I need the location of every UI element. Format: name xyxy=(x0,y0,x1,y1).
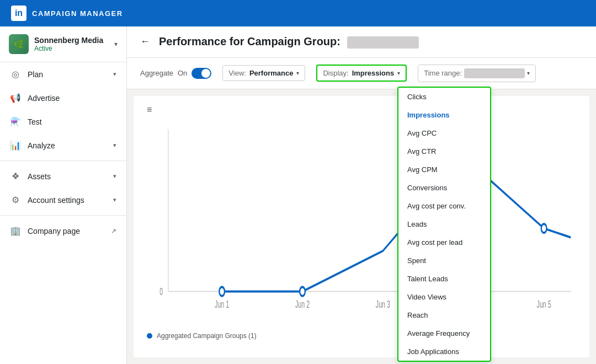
controls-bar: Aggregate On View: Performance ▾ Display… xyxy=(127,58,596,89)
back-button[interactable]: ← xyxy=(140,36,150,47)
chevron-down-icon: ▾ xyxy=(113,142,116,149)
nav-divider xyxy=(0,160,126,161)
sidebar-item-label: Advertise xyxy=(28,94,60,103)
plan-icon: ◎ xyxy=(10,69,21,79)
chart-area: ≡ 0 Jun 1 Jun 2 Jun 3 Jun 4 Jun xyxy=(134,96,589,357)
test-icon: ⚗️ xyxy=(10,116,21,127)
aggregate-toggle[interactable] xyxy=(191,68,211,79)
sidebar-item-analyze[interactable]: 📊 Analyze ▾ xyxy=(0,133,126,157)
dropdown-item-avg-cost-conv[interactable]: Avg cost per conv. xyxy=(398,197,490,215)
dropdown-item-talent-leads[interactable]: Talent Leads xyxy=(398,270,490,288)
legend-dot xyxy=(147,333,152,339)
sidebar: 🌿 Sonnenberg Media Active ▾ ◎ Plan ▾ 📢 A… xyxy=(0,26,127,364)
sidebar-item-assets[interactable]: ❖ Assets ▾ xyxy=(0,164,126,188)
dropdown-item-average-frequency[interactable]: Average Frequency xyxy=(398,324,490,342)
svg-text:Jun 3: Jun 3 xyxy=(376,299,390,309)
toggle-knob xyxy=(201,69,210,78)
sidebar-item-label: Assets xyxy=(28,172,51,181)
view-label: View: xyxy=(228,69,246,77)
analyze-icon: 📊 xyxy=(10,140,21,151)
sidebar-item-label: Analyze xyxy=(28,141,55,150)
chevron-down-icon: ▾ xyxy=(114,40,118,48)
sidebar-item-company-page[interactable]: 🏢 Company page ↗ xyxy=(0,219,126,243)
sidebar-item-plan[interactable]: ◎ Plan ▾ xyxy=(0,62,126,86)
chevron-down-icon: ▾ xyxy=(397,70,400,76)
sidebar-item-label: Account settings xyxy=(28,196,84,205)
svg-point-12 xyxy=(541,224,547,233)
app-layout: 🌿 Sonnenberg Media Active ▾ ◎ Plan ▾ 📢 A… xyxy=(0,26,596,364)
dropdown-item-avg-ctr[interactable]: Avg CTR xyxy=(398,142,490,160)
dropdown-item-leads[interactable]: Leads xyxy=(398,215,490,233)
svg-text:0: 0 xyxy=(159,286,163,297)
chevron-down-icon: ▾ xyxy=(113,196,116,204)
sidebar-item-test[interactable]: ⚗️ Test xyxy=(0,110,126,133)
campaign-name-placeholder xyxy=(347,36,419,49)
sidebar-item-advertise[interactable]: 📢 Advertise xyxy=(0,86,126,110)
dropdown-item-avg-cpc[interactable]: Avg CPC xyxy=(398,124,490,142)
chevron-down-icon: ▾ xyxy=(113,173,116,180)
assets-icon: ❖ xyxy=(10,171,21,181)
external-link-icon: ↗ xyxy=(111,227,116,235)
svg-text:Jun 1: Jun 1 xyxy=(215,299,229,309)
svg-point-9 xyxy=(219,287,225,296)
timerange-value-placeholder xyxy=(464,68,525,78)
aggregate-label: Aggregate xyxy=(140,69,173,77)
account-name: Sonnenberg Media xyxy=(34,36,114,45)
app-title: CAMPAIGN MANAGER xyxy=(32,9,123,18)
sidebar-item-label: Test xyxy=(28,117,42,126)
display-dropdown-menu: Clicks Impressions Avg CPC Avg CTR Avg C… xyxy=(397,87,491,362)
page-title: Performance for Campaign Group: xyxy=(159,35,419,49)
dropdown-item-impressions[interactable]: Impressions xyxy=(398,106,490,124)
account-section[interactable]: 🌿 Sonnenberg Media Active ▾ xyxy=(0,26,126,62)
chevron-down-icon: ▾ xyxy=(113,71,116,78)
dropdown-item-spent[interactable]: Spent xyxy=(398,251,490,270)
svg-text:Jun 2: Jun 2 xyxy=(295,299,310,309)
page-header: ← Performance for Campaign Group: xyxy=(127,26,596,58)
avatar: 🌿 xyxy=(9,34,29,54)
chart-legend: Aggregated Campaign Groups (1) xyxy=(147,332,576,340)
view-value: Performance xyxy=(249,69,293,77)
dropdown-item-clicks[interactable]: Clicks xyxy=(398,88,490,106)
dropdown-item-avg-cost-lead[interactable]: Avg cost per lead xyxy=(398,233,490,251)
display-label: Display: xyxy=(323,69,348,77)
aggregate-control: Aggregate On xyxy=(140,68,211,79)
account-info: Sonnenberg Media Active xyxy=(34,36,114,52)
chart-svg: 0 Jun 1 Jun 2 Jun 3 Jun 4 Jun 5 xyxy=(147,120,576,328)
settings-icon: ⚙ xyxy=(10,195,21,205)
chevron-down-icon: ▾ xyxy=(527,70,530,76)
main-content: ← Performance for Campaign Group: Aggreg… xyxy=(127,26,596,364)
sidebar-item-label: Company page xyxy=(28,227,80,235)
dropdown-item-job-applications[interactable]: Job Applications xyxy=(398,342,490,361)
company-icon: 🏢 xyxy=(10,226,21,236)
advertise-icon: 📢 xyxy=(10,93,21,103)
aggregate-on-label: On xyxy=(178,69,187,77)
chart-menu-icon[interactable]: ≡ xyxy=(147,105,576,115)
chevron-down-icon: ▾ xyxy=(296,70,299,76)
svg-point-10 xyxy=(300,287,305,296)
svg-text:Jun 5: Jun 5 xyxy=(537,299,551,309)
chart-container: 0 Jun 1 Jun 2 Jun 3 Jun 4 Jun 5 xyxy=(147,120,576,328)
account-status: Active xyxy=(34,45,114,52)
view-dropdown[interactable]: View: Performance ▾ xyxy=(222,65,305,81)
sidebar-item-label: Plan xyxy=(28,70,43,79)
timerange-dropdown[interactable]: Time range: ▾ xyxy=(418,65,536,82)
dropdown-item-avg-cpm[interactable]: Avg CPM xyxy=(398,160,490,179)
top-navigation: in CAMPAIGN MANAGER xyxy=(0,0,596,26)
nav-divider xyxy=(0,215,126,216)
dropdown-item-reach[interactable]: Reach xyxy=(398,306,490,324)
display-dropdown[interactable]: Display: Impressions ▾ xyxy=(316,65,407,82)
linkedin-logo: in xyxy=(11,6,26,21)
dropdown-item-video-views[interactable]: Video Views xyxy=(398,288,490,306)
display-value: Impressions xyxy=(352,69,395,77)
timerange-label: Time range: xyxy=(424,69,462,77)
sidebar-item-account-settings[interactable]: ⚙ Account settings ▾ xyxy=(0,188,126,212)
legend-label: Aggregated Campaign Groups (1) xyxy=(157,332,257,340)
dropdown-item-conversions[interactable]: Conversions xyxy=(398,179,490,197)
